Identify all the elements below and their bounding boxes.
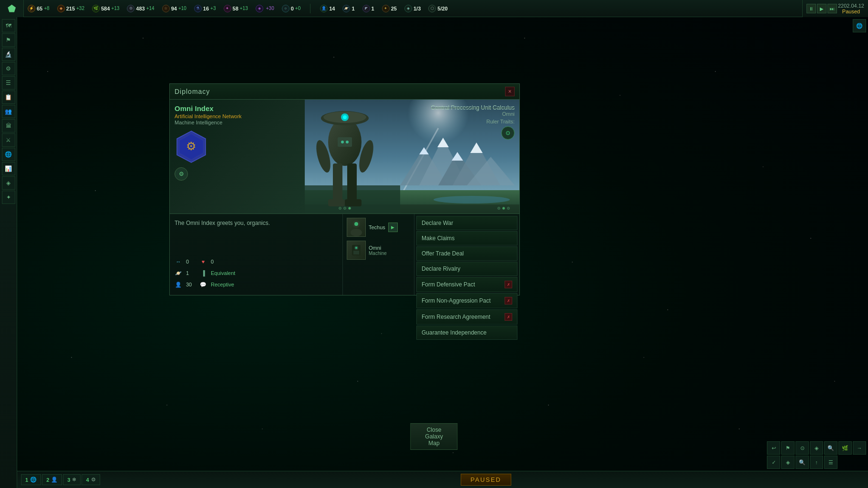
empire-government: Machine Intelligence bbox=[175, 120, 242, 125]
make-claims-button[interactable]: Make Claims bbox=[416, 231, 517, 245]
dialog-close-button[interactable]: × bbox=[505, 87, 515, 96]
br-icon-4[interactable]: ◈ bbox=[810, 441, 823, 455]
portrait-dot-1[interactable] bbox=[339, 207, 341, 210]
sidebar-item-military[interactable]: ⚔ bbox=[2, 133, 15, 147]
bottom-tab-4[interactable]: 4 ⚙ bbox=[82, 474, 100, 485]
fleets-icon: ◤ bbox=[362, 5, 370, 12]
br-icon-10[interactable]: 🔍 bbox=[796, 456, 809, 469]
form-non-aggression-button[interactable]: Form Non-Aggression Pact ✗ bbox=[416, 293, 517, 308]
sidebar-item-flag[interactable]: ⚑ bbox=[2, 33, 15, 47]
br-icon-8[interactable]: ✓ bbox=[767, 456, 780, 469]
sidebar-item-government[interactable]: 🏛 bbox=[2, 119, 15, 132]
form-defensive-button[interactable]: Form Defensive Pact ✗ bbox=[416, 277, 517, 292]
minimap-icon[interactable]: 🌐 bbox=[853, 19, 866, 32]
contact-video-button-techus[interactable]: ▶ bbox=[388, 223, 398, 232]
br-icon-7[interactable]: → bbox=[853, 441, 866, 455]
br-icon-6[interactable]: 🌿 bbox=[838, 441, 852, 455]
sidebar-item-economy[interactable]: 📊 bbox=[2, 162, 15, 175]
br-icon-1[interactable]: ↩ bbox=[767, 441, 780, 455]
unity-value: 58 bbox=[233, 6, 238, 11]
resource-minerals[interactable]: ◆ 215 +32 bbox=[57, 5, 84, 12]
influence-delta: +30 bbox=[266, 6, 274, 11]
tab-2-number: 2 bbox=[46, 477, 49, 483]
game-date: 2202.04.12 Paused bbox=[838, 3, 864, 14]
ruler-trait-icon: ⊙ bbox=[501, 126, 515, 140]
br-icon-9[interactable]: ◈ bbox=[781, 456, 795, 469]
bottom-tab-3[interactable]: 3 ❄ bbox=[63, 474, 81, 485]
resource-ec[interactable]: ○ 0 +0 bbox=[282, 5, 301, 12]
svg-point-14 bbox=[434, 196, 510, 203]
dialog-message-panel: The Omni Index greets you, organics. ↔ 0… bbox=[170, 214, 343, 295]
bottom-tab-2[interactable]: 2 👤 bbox=[42, 474, 62, 485]
bottom-bar: 1 🌐 2 👤 3 ❄ 4 ⚙ Paused bbox=[17, 471, 868, 488]
guarantee-independence-button[interactable]: Guarantee Independence bbox=[416, 325, 517, 340]
sidebar-item-ledger[interactable]: 📋 bbox=[2, 91, 15, 104]
empire-name: Omni Index bbox=[175, 104, 242, 112]
br-icon-2[interactable]: ⚑ bbox=[781, 441, 795, 455]
play-button[interactable]: ▶ bbox=[817, 4, 827, 13]
portrait-dot-r1[interactable] bbox=[497, 207, 500, 210]
portrait-dot-2[interactable] bbox=[343, 207, 346, 210]
sidebar-item-diplomacy[interactable]: 🌐 bbox=[2, 148, 15, 161]
systems-value: 1/3 bbox=[413, 6, 421, 11]
sidebar-item-menu[interactable]: ☰ bbox=[2, 76, 15, 90]
contact-section: Techus ▶ Omni Machine bbox=[343, 214, 414, 295]
resource-planets[interactable]: 🪐 1 bbox=[342, 5, 354, 12]
stat-row-relations: ↔ 0 ♥ 0 bbox=[174, 257, 339, 266]
resource-research[interactable]: ⚗ 16 +3 bbox=[194, 5, 216, 12]
energy-delta: +8 bbox=[44, 6, 49, 11]
action-panel: Declare War Make Claims Offer Trade Deal… bbox=[414, 214, 519, 295]
portrait-info-left: Omni Index Artificial Intelligence Netwo… bbox=[175, 104, 242, 181]
portrait-dot-3[interactable] bbox=[348, 207, 351, 210]
pause-button[interactable]: ⏸ bbox=[806, 4, 816, 13]
resource-fleets[interactable]: ◤ 1 bbox=[362, 5, 374, 12]
close-galaxy-map-button[interactable]: Close Galaxy Map bbox=[410, 423, 457, 450]
tab-2-icon: 👤 bbox=[51, 477, 58, 483]
capacity-value: 5/20 bbox=[437, 6, 447, 11]
game-logo[interactable]: ⬟ bbox=[0, 0, 24, 17]
ruler-traits-label: Ruler Traits: bbox=[431, 119, 515, 124]
resource-consumer[interactable]: ☆ 94 +10 bbox=[162, 5, 186, 12]
declare-rivalry-button[interactable]: Declare Rivalry bbox=[416, 262, 517, 276]
tab-4-number: 4 bbox=[86, 477, 89, 483]
bottom-tab-1[interactable]: 1 🌐 bbox=[21, 474, 41, 485]
resource-influence[interactable]: ◈ +30 bbox=[256, 5, 274, 12]
fast-forward-button[interactable]: ⏭ bbox=[827, 4, 837, 13]
resource-pop[interactable]: 👤 14 bbox=[320, 5, 335, 12]
ec-value: 0 bbox=[291, 6, 294, 11]
systems-value: 1 bbox=[186, 270, 196, 276]
br-icon-12[interactable]: ☰ bbox=[824, 456, 837, 469]
resource-energy[interactable]: ⚡ 65 +8 bbox=[28, 5, 50, 12]
resource-alloys[interactable]: ⚙ 483 +14 bbox=[127, 5, 154, 12]
sidebar-item-research[interactable]: 🔬 bbox=[2, 48, 15, 61]
br-icon-3[interactable]: ⊙ bbox=[796, 441, 809, 455]
minerals-delta: +32 bbox=[76, 6, 84, 11]
sidebar-item-settings[interactable]: ⚙ bbox=[2, 62, 15, 75]
offer-trade-button[interactable]: Offer Trade Deal bbox=[416, 246, 517, 261]
tab-1-icon: 🌐 bbox=[30, 477, 37, 483]
br-icon-11[interactable]: ↑ bbox=[810, 456, 823, 469]
ec-icon: ○ bbox=[282, 5, 289, 12]
portrait-dot-r3[interactable] bbox=[507, 207, 510, 210]
sidebar-item-species[interactable]: 👥 bbox=[2, 105, 15, 118]
portrait-info-right: Central Processing Unit Calculus Omni Ru… bbox=[431, 104, 515, 140]
br-icon-5[interactable]: 🔍 bbox=[824, 441, 837, 455]
form-research-button[interactable]: Form Research Agreement ✗ bbox=[416, 309, 517, 325]
sidebar-item-events[interactable]: ✦ bbox=[2, 191, 15, 204]
alloys-delta: +14 bbox=[146, 6, 155, 11]
resource-starbase[interactable]: ✦ 25 bbox=[382, 5, 397, 12]
portrait-character bbox=[302, 104, 388, 214]
svg-rect-25 bbox=[328, 199, 345, 206]
portrait-dot-r2[interactable] bbox=[502, 207, 505, 210]
consumer-icon: ☆ bbox=[162, 5, 170, 12]
paused-label: Paused bbox=[461, 474, 512, 486]
resource-capacity[interactable]: ⬡ 5/20 bbox=[428, 5, 447, 12]
sidebar-item-factions[interactable]: ◈ bbox=[2, 176, 15, 190]
resource-unity[interactable]: ✦ 58 +13 bbox=[224, 5, 248, 12]
sidebar-item-map[interactable]: 🗺 bbox=[2, 19, 15, 32]
resource-bar: ⚡ 65 +8 ◆ 215 +32 🌿 584 +13 ⚙ 483 +14 ☆ … bbox=[24, 4, 868, 13]
research-delta: +3 bbox=[210, 6, 216, 11]
declare-war-button[interactable]: Declare War bbox=[416, 216, 517, 230]
resource-food[interactable]: 🌿 584 +13 bbox=[92, 5, 119, 12]
resource-systems[interactable]: ◈ 1/3 bbox=[404, 5, 421, 12]
